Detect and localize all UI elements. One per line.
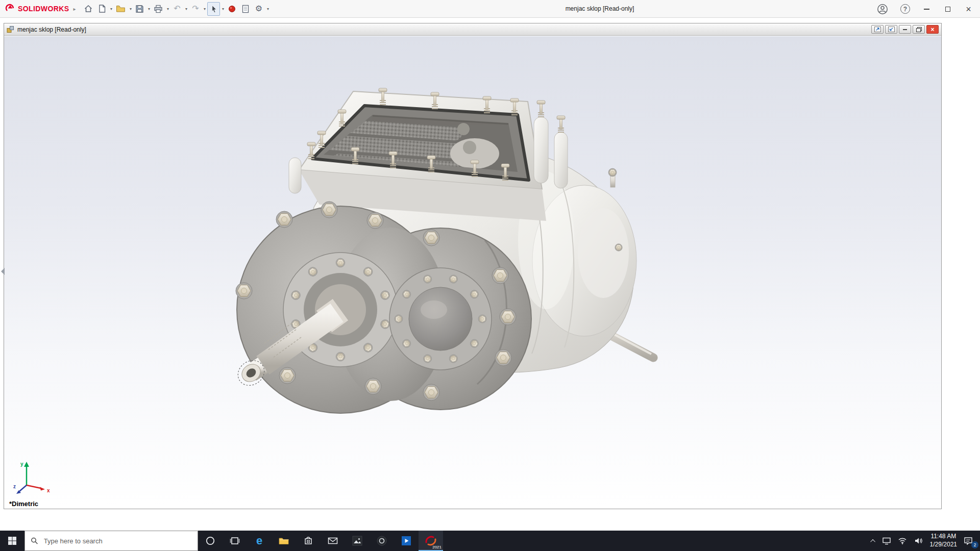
notification-count-badge: 2 [971, 541, 978, 548]
breadcrumb-arrow-icon[interactable]: ▸ [73, 6, 76, 12]
orientation-triad[interactable]: y x z [12, 457, 53, 497]
new-dropdown-caret-icon[interactable]: ▾ [109, 7, 113, 11]
display-icon [883, 537, 891, 545]
taskbar-search-box[interactable] [24, 531, 198, 551]
view-orientation-label: *Dimetric [9, 500, 38, 508]
svg-text:y: y [20, 461, 23, 467]
triad-z-axis[interactable]: z [13, 484, 27, 494]
window-arrow-down-left-icon [888, 27, 895, 32]
close-icon: × [966, 5, 971, 14]
document-title: menjac sklop [Read-only] [17, 26, 86, 33]
save-button[interactable] [133, 2, 146, 16]
save-dropdown-caret-icon[interactable]: ▾ [146, 7, 151, 11]
chevron-up-icon [870, 539, 875, 544]
minimize-icon [924, 9, 929, 10]
system-tray: 11:48 AM 1/29/2021 2 [868, 531, 980, 551]
options-dropdown-caret-icon[interactable]: ▾ [265, 7, 270, 11]
titlebar-right-controls: ? × [875, 0, 975, 18]
redo-dropdown-caret-icon[interactable]: ▾ [202, 7, 207, 11]
doc-close-icon: × [930, 26, 934, 33]
rebuild-button[interactable] [226, 2, 238, 16]
taskbar-search-input[interactable] [43, 537, 192, 545]
file-properties-button[interactable] [239, 2, 252, 16]
taskbar-app-store[interactable] [296, 531, 321, 551]
select-cursor-icon [210, 5, 218, 13]
taskbar-app-movies[interactable] [394, 531, 419, 551]
viewport-3d[interactable]: y x z *Dimetric [4, 36, 941, 509]
app-minimize-button[interactable] [920, 2, 933, 16]
document-titlebar[interactable]: menjac sklop [Read-only] [4, 23, 941, 36]
home-icon [84, 4, 93, 13]
account-login-button[interactable] [875, 2, 890, 16]
taskbar-app-edge[interactable]: e [247, 531, 272, 551]
cortana-button[interactable] [198, 531, 223, 551]
file-explorer-folder-icon [279, 536, 289, 545]
help-button[interactable]: ? [898, 2, 912, 16]
task-view-icon [230, 536, 240, 545]
dock-window-left-button[interactable] [871, 25, 884, 34]
window-arrow-up-right-icon [874, 27, 881, 32]
action-center-button[interactable]: 2 [960, 531, 980, 551]
new-document-button[interactable] [95, 2, 108, 16]
undo-button[interactable]: ↶ [170, 2, 183, 16]
print-icon [154, 5, 163, 13]
app-window-title: menjac sklop [Read-only] [518, 0, 681, 18]
gearbox-model[interactable] [219, 72, 679, 429]
featuremanager-flyout-arrow[interactable] [1, 268, 5, 275]
doc-restore-button[interactable] [913, 25, 925, 34]
quick-access-toolbar: ▾ ▾ ▾ ▾ ↶ ▾ ↷ [82, 2, 270, 16]
redo-button[interactable]: ↷ [189, 2, 202, 16]
tray-volume-button[interactable] [911, 531, 927, 551]
select-tool-button[interactable] [207, 2, 220, 16]
app-maximize-button[interactable] [941, 2, 954, 16]
brand-text: SOLIDWORKS [18, 5, 69, 13]
triad-y-axis[interactable]: y [20, 461, 29, 485]
doc-minimize-button[interactable] [899, 25, 911, 34]
tray-chevron-button[interactable] [868, 531, 879, 551]
task-view-button[interactable] [223, 531, 247, 551]
solidworks-logo: SOLIDWORKS [5, 4, 69, 14]
taskbar-app-photos[interactable] [345, 531, 370, 551]
dock-window-right-button[interactable] [885, 25, 897, 34]
search-icon [31, 537, 38, 545]
undo-dropdown-caret-icon[interactable]: ▾ [184, 7, 188, 11]
svg-text:z: z [13, 484, 16, 489]
bearing-cover-right[interactable] [389, 268, 492, 370]
doc-restore-icon [916, 27, 922, 32]
triad-x-axis[interactable]: x [27, 485, 50, 493]
mail-envelope-icon [328, 537, 338, 545]
undo-icon: ↶ [174, 5, 180, 13]
app-titlebar[interactable]: SOLIDWORKS ▸ ▾ ▾ ▾ [0, 0, 980, 18]
maximize-icon [945, 7, 950, 12]
start-button[interactable] [0, 531, 24, 551]
taskbar-app-camera[interactable] [370, 531, 394, 551]
home-button[interactable] [82, 2, 95, 16]
tray-network-button[interactable] [894, 531, 911, 551]
camera-lens-icon [377, 536, 387, 546]
cortana-circle-icon [205, 536, 215, 546]
rebuild-red-light-icon [228, 5, 236, 13]
help-icon: ? [900, 4, 910, 14]
windows-logo-icon [8, 536, 17, 545]
tray-display-button[interactable] [879, 531, 894, 551]
save-icon [135, 5, 144, 13]
redo-icon: ↷ [192, 5, 199, 13]
open-dropdown-caret-icon[interactable]: ▾ [128, 7, 133, 11]
top-cover-opening[interactable] [289, 88, 568, 221]
taskbar-app-mail[interactable] [321, 531, 345, 551]
app-close-button[interactable]: × [962, 2, 975, 16]
print-dropdown-caret-icon[interactable]: ▾ [165, 7, 170, 11]
solidworks-year-badge: 2021 [432, 545, 442, 549]
select-dropdown-caret-icon[interactable]: ▾ [220, 7, 225, 11]
options-button[interactable]: ⚙ [252, 2, 265, 16]
wifi-icon [898, 537, 907, 544]
assembly-document-icon [7, 26, 14, 33]
print-button[interactable] [152, 2, 165, 16]
workspace-background: menjac sklop [Read-only] [0, 18, 980, 531]
taskbar-app-solidworks[interactable]: 2021 [419, 531, 443, 551]
document-window-controls: × [871, 25, 939, 34]
doc-close-button[interactable]: × [926, 25, 939, 34]
open-button[interactable] [114, 2, 128, 16]
taskbar-clock[interactable]: 11:48 AM 1/29/2021 [927, 531, 960, 551]
taskbar-app-file-explorer[interactable] [272, 531, 296, 551]
